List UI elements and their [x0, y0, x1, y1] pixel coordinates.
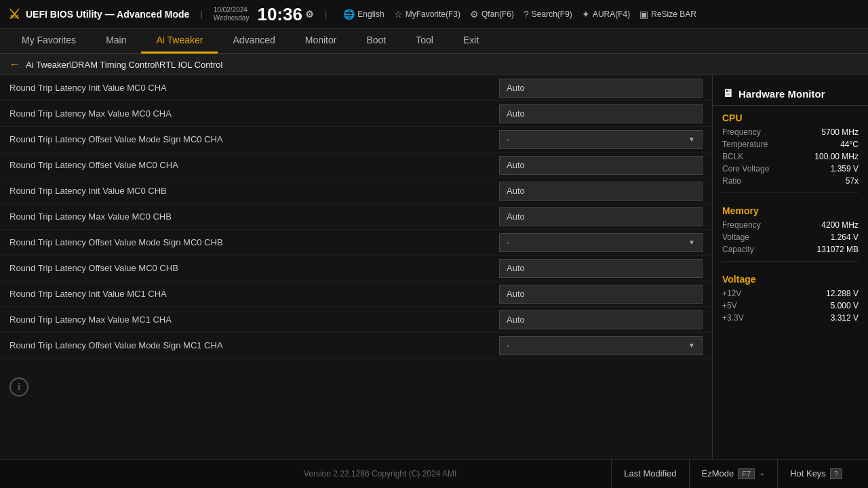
setting-row-5[interactable]: Round Trip Latency Max Value MC0 CHB Aut…: [0, 204, 712, 230]
value-box-7[interactable]: Auto: [499, 259, 703, 278]
voltage-section-title: Voltage: [713, 267, 868, 287]
setting-row-9[interactable]: Round Trip Latency Max Value MC1 CHA Aut…: [0, 307, 712, 333]
nav-advanced[interactable]: Advanced: [218, 28, 290, 54]
setting-label-2: Round Trip Latency Offset Value Mode Sig…: [9, 134, 499, 144]
tool-resizebar[interactable]: ▣ ReSize BAR: [639, 9, 696, 20]
setting-row-2[interactable]: Round Trip Latency Offset Value Mode Sig…: [0, 127, 712, 152]
setting-label-5: Round Trip Latency Max Value MC0 CHB: [9, 211, 499, 222]
value-box-3[interactable]: Auto: [499, 156, 703, 175]
day-label: Wednesday: [214, 14, 250, 22]
tool-myfavorite[interactable]: ☆ MyFavorite(F3): [394, 9, 460, 20]
setting-value-2: - ▼: [499, 130, 703, 149]
tool-language[interactable]: 🌐 English: [343, 9, 384, 20]
value-box-9[interactable]: Auto: [499, 310, 703, 329]
value-box-5[interactable]: Auto: [499, 207, 703, 226]
setting-label-1: Round Trip Latency Max Value MC0 CHA: [9, 108, 499, 119]
setting-row-4[interactable]: Round Trip Latency Init Value MC0 CHB Au…: [0, 178, 712, 204]
nav-monitor[interactable]: Monitor: [290, 28, 352, 54]
nav-ai-tweaker[interactable]: Ai Tweaker: [141, 28, 218, 54]
sidebar: 🖥 Hardware Monitor CPU Frequency 5700 MH…: [712, 75, 868, 459]
setting-value-10: - ▼: [499, 336, 703, 355]
info-button[interactable]: i: [9, 378, 28, 396]
setting-value-6: - ▼: [499, 233, 703, 252]
divider-1: [722, 192, 859, 193]
globe-icon: 🌐: [343, 9, 355, 20]
settings-icon[interactable]: ⚙: [305, 9, 314, 19]
sidebar-title-text: Hardware Monitor: [738, 88, 825, 100]
aura-icon: ✦: [582, 9, 590, 20]
breadcrumb-path: Ai Tweaker\DRAM Timing Control\RTL IOL C…: [26, 60, 222, 70]
volt-5v-row: +5V 5.000 V: [713, 300, 868, 312]
tool-qfan[interactable]: ⚙ Qfan(F6): [470, 9, 514, 20]
nav-boot[interactable]: Boot: [351, 28, 401, 54]
ezmode-label: EzMode: [702, 468, 734, 479]
main-layout: Round Trip Latency Init Value MC0 CHA Au…: [0, 75, 868, 459]
chevron-down-icon-2: ▼: [688, 342, 695, 349]
setting-label-4: Round Trip Latency Init Value MC0 CHB: [9, 186, 499, 196]
value-box-0[interactable]: Auto: [499, 79, 703, 98]
nav-tool[interactable]: Tool: [401, 28, 448, 54]
last-modified-button[interactable]: Last Modified: [611, 460, 688, 488]
monitor-icon: 🖥: [722, 87, 733, 100]
dropdown-1[interactable]: - ▼: [499, 233, 703, 252]
setting-row-3[interactable]: Round Trip Latency Offset Value MC0 CHA …: [0, 152, 712, 178]
cpu-corevolt-label: Core Voltage: [722, 164, 769, 174]
setting-label-10: Round Trip Latency Offset Value Mode Sig…: [9, 340, 499, 350]
value-box-8[interactable]: Auto: [499, 285, 703, 304]
mem-freq-label: Frequency: [722, 220, 761, 230]
volt-5v-label: +5V: [722, 301, 737, 310]
datetime-area: 10/02/2024 Wednesday: [214, 6, 250, 22]
search-icon: ?: [524, 9, 529, 20]
setting-row-6[interactable]: Round Trip Latency Offset Value Mode Sig…: [0, 230, 712, 256]
chevron-down-icon-1: ▼: [688, 239, 695, 246]
setting-label-7: Round Trip Latency Offset Value MC0 CHB: [9, 263, 499, 273]
mem-frequency-row: Frequency 4200 MHz: [713, 219, 868, 231]
header-divider2: |: [325, 9, 327, 19]
hardware-monitor-title: 🖥 Hardware Monitor: [713, 82, 868, 106]
setting-label-6: Round Trip Latency Offset Value Mode Sig…: [9, 237, 499, 247]
back-arrow-icon[interactable]: ←: [9, 58, 20, 70]
resizebar-label: ReSize BAR: [651, 9, 696, 19]
setting-label-3: Round Trip Latency Offset Value MC0 CHA: [9, 160, 499, 170]
ezmode-button[interactable]: EzMode F7 →: [689, 460, 778, 488]
nav-my-favorites[interactable]: My Favorites: [7, 28, 91, 54]
setting-row-10[interactable]: Round Trip Latency Offset Value Mode Sig…: [0, 333, 712, 359]
chevron-down-icon: ▼: [688, 136, 695, 143]
info-area: i: [0, 372, 712, 402]
header: ⚔ UEFI BIOS Utility — Advanced Mode | 10…: [0, 0, 868, 28]
cpu-section-title: CPU: [713, 106, 868, 126]
value-box-4[interactable]: Auto: [499, 182, 703, 201]
nav-bar: My Favorites Main Ai Tweaker Advanced Mo…: [0, 28, 868, 54]
mem-voltage-row: Voltage 1.264 V: [713, 231, 868, 243]
volt-33v-value: 3.312 V: [831, 313, 859, 323]
setting-value-5: Auto: [499, 207, 703, 226]
setting-value-0: Auto: [499, 79, 703, 98]
tool-aura[interactable]: ✦ AURA(F4): [582, 9, 630, 20]
setting-row-0[interactable]: Round Trip Latency Init Value MC0 CHA Au…: [0, 75, 712, 101]
value-box-1[interactable]: Auto: [499, 104, 703, 123]
dropdown-2[interactable]: - ▼: [499, 336, 703, 355]
setting-value-9: Auto: [499, 310, 703, 329]
setting-row-1[interactable]: Round Trip Latency Max Value MC0 CHA Aut…: [0, 101, 712, 127]
setting-row-8[interactable]: Round Trip Latency Init Value MC1 CHA Au…: [0, 281, 712, 307]
date-label: 10/02/2024: [214, 6, 250, 14]
volt-33v-label: +3.3V: [722, 313, 744, 323]
bottom-actions: Last Modified EzMode F7 → Hot Keys ?: [611, 460, 854, 488]
hotkeys-button[interactable]: Hot Keys ?: [777, 460, 854, 488]
fan-icon: ⚙: [470, 9, 479, 20]
last-modified-label: Last Modified: [624, 468, 676, 479]
volt-12v-row: +12V 12.288 V: [713, 287, 868, 300]
nav-main[interactable]: Main: [91, 28, 141, 54]
tool-search[interactable]: ? Search(F9): [524, 9, 572, 20]
time-text: 10:36: [257, 5, 302, 23]
content-area[interactable]: Round Trip Latency Init Value MC0 CHA Au…: [0, 75, 712, 459]
cpu-corevoltage-row: Core Voltage 1.359 V: [713, 163, 868, 175]
ezmode-arrow: →: [757, 470, 765, 478]
asus-logo-icon: ⚔: [8, 6, 20, 22]
setting-row-7[interactable]: Round Trip Latency Offset Value MC0 CHB …: [0, 256, 712, 281]
dropdown-0[interactable]: - ▼: [499, 130, 703, 149]
nav-exit[interactable]: Exit: [448, 28, 494, 54]
volt-12v-label: +12V: [722, 289, 741, 298]
breadcrumb[interactable]: ← Ai Tweaker\DRAM Timing Control\RTL IOL…: [0, 54, 868, 75]
volt-12v-value: 12.288 V: [826, 289, 859, 298]
